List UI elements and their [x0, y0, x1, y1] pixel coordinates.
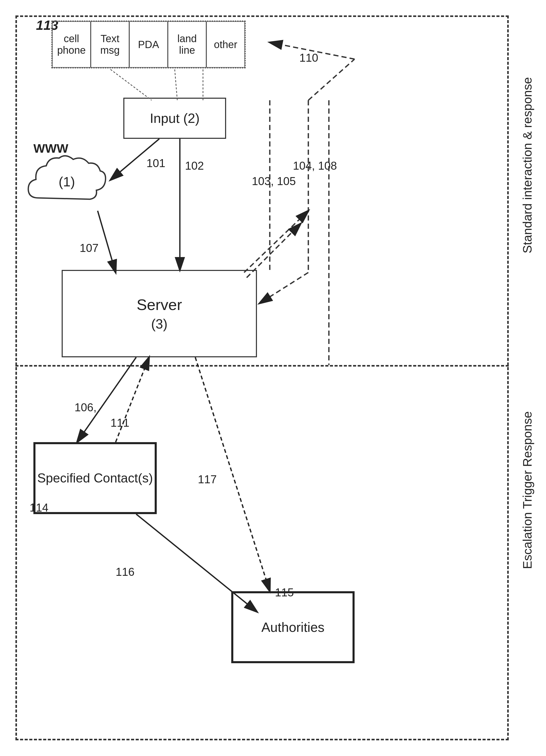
label-standard-interaction: Standard interaction & response — [520, 77, 541, 253]
diagram-page: 113 cell phone Text msg PDA land line ot… — [0, 0, 546, 756]
label-110: 110 — [299, 51, 318, 64]
authorities-box: Authorities — [231, 591, 354, 663]
horizontal-divider — [15, 365, 509, 367]
label-114: 114 — [30, 501, 48, 514]
label-111: 111 — [111, 416, 129, 429]
devices-container: cell phone Text msg PDA land line other — [51, 21, 246, 68]
server-label: Server — [137, 296, 182, 314]
label-117: 117 — [198, 473, 217, 486]
device-pda: PDA — [129, 21, 168, 68]
input-box: Input (2) — [123, 98, 226, 139]
label-103-105: 103, 105 — [252, 175, 296, 188]
cloud-icon: (1) — [23, 152, 111, 213]
label-107: 107 — [80, 242, 98, 254]
label-104-108: 104, 108 — [293, 159, 337, 172]
label-escalation-trigger: Escalation Trigger Response — [520, 411, 541, 569]
contacts-box: Specified Contact(s) — [33, 442, 157, 514]
label-115: 115 — [275, 586, 294, 599]
device-other: other — [206, 21, 245, 68]
svg-text:(1): (1) — [59, 174, 75, 189]
device-cell-phone: cell phone — [52, 21, 91, 68]
label-116: 116 — [116, 566, 134, 578]
label-101: 101 — [147, 157, 165, 170]
device-land-line: land line — [168, 21, 206, 68]
device-text-msg: Text msg — [91, 21, 129, 68]
label-106: 106, — [75, 401, 97, 414]
server-sub-label: (3) — [151, 316, 168, 332]
label-102: 102 — [185, 159, 204, 172]
server-box: Server (3) — [62, 270, 257, 357]
